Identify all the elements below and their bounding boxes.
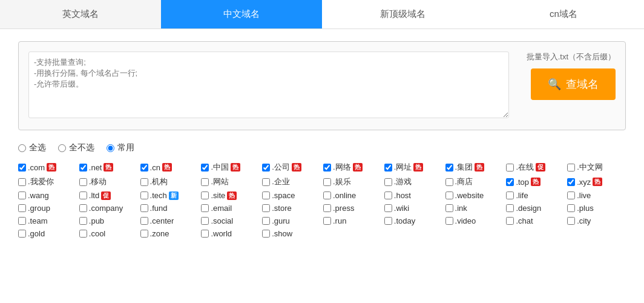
domain-checkbox[interactable] xyxy=(567,191,575,199)
domain-checkbox[interactable] xyxy=(262,191,270,199)
domain-label: .我爱你 xyxy=(28,176,54,187)
domain-checkbox[interactable] xyxy=(445,178,453,186)
domain-label: .网络 xyxy=(333,162,351,173)
domain-checkbox[interactable] xyxy=(201,204,209,212)
domain-checkbox[interactable] xyxy=(18,230,26,238)
tab-cn[interactable]: cn域名 xyxy=(483,0,644,28)
domain-checkbox[interactable] xyxy=(79,191,87,199)
domain-label: .移动 xyxy=(89,176,107,187)
domain-checkbox[interactable] xyxy=(567,204,575,212)
domain-label: .online xyxy=(333,191,356,200)
domain-checkbox[interactable] xyxy=(18,164,26,171)
domain-item: .机构 xyxy=(140,176,199,187)
domain-checkbox[interactable] xyxy=(262,217,270,225)
domain-checkbox[interactable] xyxy=(384,164,392,171)
domain-checkbox[interactable] xyxy=(262,164,270,171)
domain-label: .website xyxy=(455,191,484,200)
domain-checkbox[interactable] xyxy=(201,217,209,225)
domain-label: .xyz xyxy=(577,178,591,187)
domain-checkbox[interactable] xyxy=(323,204,331,212)
radio-all[interactable]: 全选 xyxy=(18,142,46,153)
domain-label: .press xyxy=(333,204,354,213)
domain-item: .wang xyxy=(18,191,77,200)
domain-checkbox[interactable] xyxy=(323,191,331,199)
domain-label: .中文网 xyxy=(577,162,603,173)
domain-checkbox[interactable] xyxy=(79,178,87,186)
tab-new-tld[interactable]: 新顶级域名 xyxy=(322,0,483,28)
domain-checkbox[interactable] xyxy=(140,178,148,186)
domain-checkbox[interactable] xyxy=(445,164,453,171)
import-button[interactable]: 批量导入.txt（不含后缀） xyxy=(527,52,616,62)
domain-checkbox[interactable] xyxy=(201,191,209,199)
domain-checkbox[interactable] xyxy=(506,204,514,212)
domain-checkbox[interactable] xyxy=(567,217,575,225)
domain-checkbox[interactable] xyxy=(567,164,575,171)
domain-checkbox[interactable] xyxy=(323,164,331,171)
domain-label: .city xyxy=(577,216,591,225)
domain-checkbox[interactable] xyxy=(262,230,270,238)
domain-item: .today xyxy=(384,216,443,225)
domain-badge: 促 xyxy=(536,163,545,171)
domain-item: .website xyxy=(445,191,504,200)
domain-item: .企业 xyxy=(262,176,321,187)
domain-checkbox[interactable] xyxy=(79,217,87,225)
domain-checkbox[interactable] xyxy=(323,178,331,186)
domain-item: .world xyxy=(201,229,260,238)
domain-checkbox[interactable] xyxy=(201,164,209,171)
search-button[interactable]: 🔍 查域名 xyxy=(531,68,616,100)
domain-checkbox[interactable] xyxy=(506,191,514,199)
domain-checkbox[interactable] xyxy=(140,230,148,238)
domain-checkbox[interactable] xyxy=(262,204,270,212)
domain-item: .company xyxy=(79,204,138,213)
domain-label: .group xyxy=(28,204,50,213)
domain-checkbox[interactable] xyxy=(262,178,270,186)
domain-checkbox[interactable] xyxy=(384,178,392,186)
domain-input[interactable] xyxy=(28,52,509,118)
textarea-wrap xyxy=(28,52,509,120)
domain-checkbox[interactable] xyxy=(384,204,392,212)
domain-item: .team xyxy=(18,216,77,225)
domain-label: .chat xyxy=(516,216,533,225)
domain-checkbox[interactable] xyxy=(18,204,26,212)
domain-checkbox[interactable] xyxy=(201,230,209,238)
domain-badge: 新 xyxy=(169,191,179,200)
domain-checkbox[interactable] xyxy=(323,217,331,225)
domain-checkbox[interactable] xyxy=(445,204,453,212)
domain-checkbox[interactable] xyxy=(506,217,514,225)
radio-label-common: 常用 xyxy=(117,142,134,153)
domain-checkbox[interactable] xyxy=(506,178,514,186)
domain-item: .guru xyxy=(262,216,321,225)
tab-chinese[interactable]: 中文域名 xyxy=(161,0,322,28)
domain-checkbox[interactable] xyxy=(79,204,87,212)
domain-item: .space xyxy=(262,191,321,200)
domain-checkbox[interactable] xyxy=(18,191,26,199)
domain-checkbox[interactable] xyxy=(140,191,148,199)
domain-checkbox[interactable] xyxy=(79,230,87,238)
tab-english[interactable]: 英文域名 xyxy=(0,0,161,28)
domain-label: .集团 xyxy=(455,162,473,173)
domain-checkbox[interactable] xyxy=(140,204,148,212)
domain-checkbox[interactable] xyxy=(140,164,148,171)
domain-checkbox[interactable] xyxy=(445,217,453,225)
domain-checkbox[interactable] xyxy=(384,191,392,199)
domain-checkbox[interactable] xyxy=(445,191,453,199)
domain-label: .guru xyxy=(272,216,290,225)
domain-checkbox[interactable] xyxy=(18,178,26,186)
domain-item: .tech新 xyxy=(140,191,199,200)
radio-common[interactable]: 常用 xyxy=(107,142,134,153)
domain-label: .fund xyxy=(150,204,168,213)
domain-checkbox[interactable] xyxy=(79,164,87,171)
options-row: 全选全不选常用 xyxy=(18,142,626,153)
domain-item: .在线促 xyxy=(506,162,565,173)
domain-badge: 热 xyxy=(231,163,240,171)
domain-checkbox[interactable] xyxy=(18,217,26,225)
domain-label: .company xyxy=(89,204,123,213)
domain-checkbox[interactable] xyxy=(201,178,209,186)
domain-label: .企业 xyxy=(272,176,290,187)
domain-checkbox[interactable] xyxy=(506,164,514,171)
domain-checkbox[interactable] xyxy=(140,217,148,225)
radio-none[interactable]: 全不选 xyxy=(58,142,94,153)
domain-checkbox[interactable] xyxy=(567,178,575,186)
domain-badge: 热 xyxy=(353,163,363,171)
domain-checkbox[interactable] xyxy=(384,217,392,225)
